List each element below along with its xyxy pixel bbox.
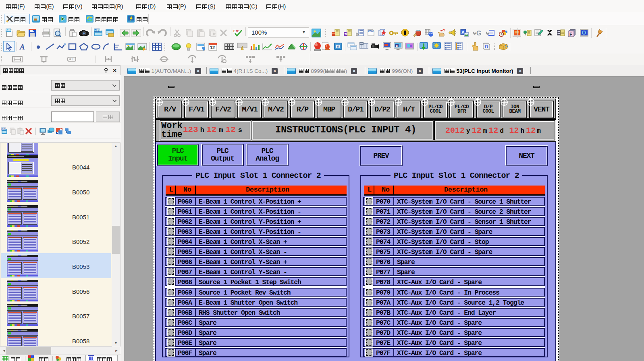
svg-text:NEW: NEW <box>1 128 6 130</box>
svg-text:L: L <box>72 58 74 61</box>
svg-text:D: D <box>484 43 488 50</box>
svg-text:B: B <box>396 44 398 47</box>
svg-text:F: F <box>569 32 572 37</box>
svg-text:NEW: NEW <box>6 29 13 32</box>
svg-text:12: 12 <box>210 45 215 50</box>
svg-text:Err: Err <box>233 29 239 33</box>
svg-text:A: A <box>19 43 25 51</box>
svg-text:G: G <box>476 30 481 37</box>
svg-text:NEW: NEW <box>94 29 101 32</box>
svg-text:A: A <box>337 45 340 49</box>
